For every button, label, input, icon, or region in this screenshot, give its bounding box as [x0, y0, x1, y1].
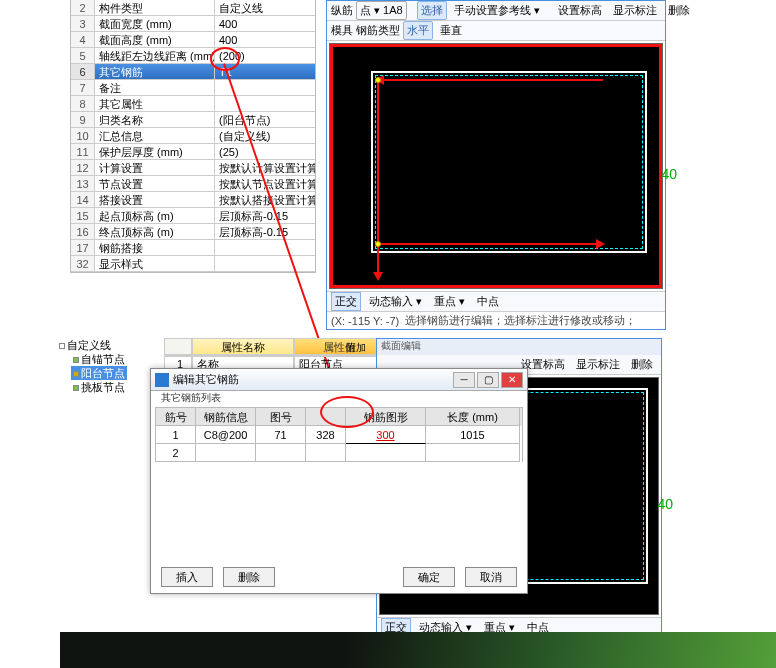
prop-row[interactable]: 3截面宽度 (mm)400: [71, 16, 315, 32]
dimension-label: 40: [657, 496, 673, 512]
col-add: 附加: [346, 341, 366, 355]
footer-strip: [60, 632, 776, 668]
close-button[interactable]: ✕: [501, 372, 523, 388]
ortho-button[interactable]: 正交: [331, 292, 361, 311]
status-tip: 选择钢筋进行编辑；选择标注进行修改或移动；: [405, 313, 636, 328]
show-anno-button[interactable]: 显示标注: [572, 355, 624, 374]
delete-button[interactable]: 删除: [664, 1, 694, 20]
canvas[interactable]: 40: [329, 43, 663, 289]
delete-button[interactable]: 删除: [627, 355, 657, 374]
cancel-button[interactable]: 取消: [465, 567, 517, 587]
prop-row[interactable]: 8其它属性: [71, 96, 315, 112]
insert-button[interactable]: 插入: [161, 567, 213, 587]
tree: 自定义线 自锚节点 阳台节点 挑板节点: [57, 338, 127, 394]
tree-item[interactable]: 自锚节点: [71, 352, 127, 366]
dialog-titlebar[interactable]: 编辑其它钢筋 ─ ▢ ✕: [151, 369, 527, 391]
property-grid: 2构件类型自定义线 3截面宽度 (mm)400 4截面高度 (mm)400 5轴…: [70, 0, 316, 273]
prop-row[interactable]: 2构件类型自定义线: [71, 0, 315, 16]
bottom-toolbar: 正交 动态输入 ▾ 重点 ▾ 中点: [327, 291, 665, 311]
prop-row[interactable]: 12计算设置按默认计算设置计算: [71, 160, 315, 176]
rebar-shape-cell[interactable]: 300: [346, 426, 426, 444]
combo-point[interactable]: 点 ▾ 1A8: [356, 1, 407, 20]
prop-row[interactable]: 10汇总信息(自定义线): [71, 128, 315, 144]
col-name: 属性名称: [192, 338, 294, 355]
dialog-buttons: 插入 删除 确定 取消: [151, 567, 527, 587]
toolbar-row-1: 纵筋 点 ▾ 1A8 选择 手动设置参考线 ▾ 设置标高 显示标注 删除: [327, 1, 665, 21]
man-ref-line[interactable]: 手动设置参考线 ▾: [450, 1, 544, 20]
set-elev-button[interactable]: 设置标高: [554, 1, 606, 20]
maximize-button[interactable]: ▢: [477, 372, 499, 388]
tree-item-selected[interactable]: 阳台节点: [71, 366, 127, 380]
panel-title: 截面编辑: [377, 339, 661, 355]
ok-button[interactable]: 确定: [403, 567, 455, 587]
prop-row[interactable]: 4截面高度 (mm)400: [71, 32, 315, 48]
col-val: 属性值: [294, 338, 384, 355]
prop-row[interactable]: 32显示样式: [71, 256, 315, 272]
label-moju: 模具: [331, 23, 353, 38]
delete-button[interactable]: 删除: [223, 567, 275, 587]
dyninput-button[interactable]: 动态输入 ▾: [365, 292, 426, 311]
opt-horizontal[interactable]: 水平: [403, 21, 433, 40]
coord-readout: (X: -115 Y: -7): [331, 315, 399, 327]
prop-row[interactable]: 11保护层厚度 (mm)(25): [71, 144, 315, 160]
highlight-circle-2: [320, 396, 374, 428]
prop-row[interactable]: 7备注: [71, 80, 315, 96]
table-row[interactable]: 1 C8@200 71 328 300 1015: [156, 426, 522, 444]
keypoint-button[interactable]: 重点 ▾: [430, 292, 469, 311]
select-button[interactable]: 选择: [417, 1, 447, 20]
prop-row-selected[interactable]: 6其它钢筋T1: [71, 64, 315, 80]
app-icon: [155, 373, 169, 387]
opt-vertical[interactable]: 垂直: [436, 21, 466, 40]
toolbar-row-2: 模具 钢筋类型 水平 垂直: [327, 21, 665, 41]
prop-row[interactable]: 14搭接设置按默认搭接设置计算: [71, 192, 315, 208]
label-zongjin: 纵筋: [331, 3, 353, 18]
dimension-label: 40: [661, 166, 677, 182]
prop-row[interactable]: 9归类名称(阳台节点): [71, 112, 315, 128]
dialog-title: 编辑其它钢筋: [173, 372, 451, 387]
prop-row[interactable]: 17钢筋搭接: [71, 240, 315, 256]
midpoint-button[interactable]: 中点: [473, 292, 503, 311]
tree-item[interactable]: 挑板节点: [71, 380, 127, 394]
prop-row[interactable]: 13节点设置按默认节点设置计算: [71, 176, 315, 192]
tree-root[interactable]: 自定义线: [57, 338, 127, 352]
prop-row[interactable]: 5轴线距左边线距离 (mm)(200): [71, 48, 315, 64]
show-anno-button[interactable]: 显示标注: [609, 1, 661, 20]
label-rebar-type: 钢筋类型: [356, 23, 400, 38]
table-row[interactable]: 2: [156, 444, 522, 462]
minimize-button[interactable]: ─: [453, 372, 475, 388]
drawing-panel: 纵筋 点 ▾ 1A8 选择 手动设置参考线 ▾ 设置标高 显示标注 删除 模具 …: [326, 0, 666, 330]
status-bar: (X: -115 Y: -7) 选择钢筋进行编辑；选择标注进行修改或移动；: [327, 311, 665, 329]
